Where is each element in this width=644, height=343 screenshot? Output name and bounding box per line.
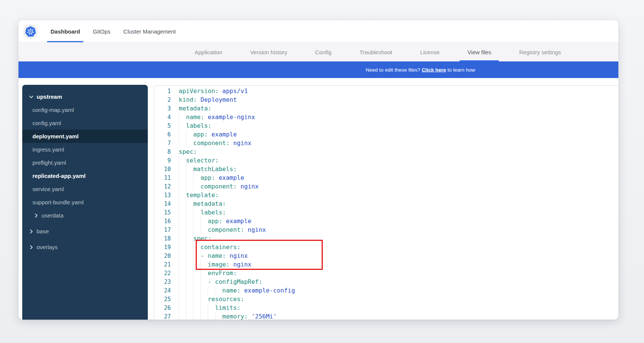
line-number: 26: [154, 305, 171, 311]
yaml-value: example-nginx: [204, 113, 255, 121]
indent-guides: [179, 243, 201, 251]
indent-guides: [179, 312, 222, 320]
code-text: name: example-nginx: [179, 113, 255, 121]
file-tree-label: base: [37, 228, 49, 234]
code-text: envFrom:: [179, 269, 237, 277]
line-number: 14: [154, 201, 171, 207]
yaml-key: containers:: [201, 243, 241, 251]
app-tab-application[interactable]: Application: [181, 43, 236, 61]
file-tree-item-config-map-yaml[interactable]: config-map.yaml: [22, 103, 148, 116]
file-tree-item-service-yaml[interactable]: service.yaml: [22, 182, 148, 196]
file-tree-label: config-map.yaml: [32, 107, 74, 113]
yaml-value: nginx: [230, 261, 251, 268]
code-line: 25resources:: [154, 295, 618, 303]
yaml-key: selector:: [186, 157, 219, 164]
line-number: 1: [154, 88, 171, 95]
line-number: 20: [154, 253, 171, 259]
code-text: - configMapRef:: [179, 277, 262, 286]
file-tree-item-replicated-app-yaml[interactable]: replicated-app.yaml: [22, 169, 148, 182]
line-number: 17: [154, 227, 171, 233]
indent-guides: [179, 121, 186, 130]
indent-guides: [179, 234, 193, 243]
primary-tab-cluster-management[interactable]: Cluster Management: [117, 20, 182, 42]
code-line: 1apiVersion: apps/v1: [154, 87, 618, 95]
yaml-key: name:: [208, 252, 226, 259]
indent-guides: [179, 199, 193, 208]
indent-guides: [179, 217, 208, 225]
code-text: component: nginx: [179, 182, 259, 191]
file-tree-item-ingress-yaml[interactable]: ingress.yaml: [22, 143, 148, 156]
yaml-value: example: [208, 131, 237, 138]
yaml-key: app:: [201, 174, 215, 181]
view-files-content: upstreamconfig-map.yamlconfig.yamldeploy…: [18, 78, 618, 320]
app-tab-troubleshoot[interactable]: Troubleshoot: [345, 43, 406, 61]
code-text: - name: nginx: [179, 251, 248, 260]
file-tree-item-config-yaml[interactable]: config.yaml: [22, 116, 148, 130]
kubernetes-wheel-icon: [25, 26, 36, 37]
indent-guides: [179, 130, 193, 139]
yaml-key: metadata:: [179, 105, 212, 112]
yaml-value: example: [215, 174, 244, 181]
code-line: 7component: nginx: [154, 139, 618, 147]
edit-files-banner: Need to edit these files? Click here to …: [18, 61, 618, 78]
app-tab-view-files[interactable]: View files: [454, 43, 505, 61]
yaml-value: nginx: [226, 252, 248, 259]
app-tab-registry-settings[interactable]: Registry settings: [505, 43, 575, 61]
kubernetes-logo-icon[interactable]: [24, 25, 37, 38]
indent-guides: [179, 269, 208, 277]
code-line: 6app: example: [154, 130, 618, 139]
yaml-value: example: [222, 217, 251, 225]
code-line: 10matchLabels:: [154, 165, 618, 173]
click-here-link[interactable]: Click here: [422, 67, 446, 73]
line-number: 12: [154, 183, 171, 190]
line-number: 27: [154, 313, 171, 320]
file-tree-item-support-bundle-yaml[interactable]: support-bundle.yaml: [22, 196, 148, 209]
code-line: 18spec:: [154, 234, 618, 243]
file-tree-item-preflight-yaml[interactable]: preflight.yaml: [22, 156, 148, 169]
indent-guides: [179, 286, 222, 295]
file-tree-item-upstream[interactable]: upstream: [22, 90, 148, 103]
code-text: labels:: [179, 121, 212, 130]
chevron-right-icon: [28, 229, 32, 233]
app-tab-version-history[interactable]: Version history: [236, 43, 301, 61]
yaml-value: apps/v1: [219, 87, 248, 95]
code-text: apiVersion: apps/v1: [179, 87, 248, 95]
code-line: 23- configMapRef:: [154, 277, 618, 286]
yaml-editor[interactable]: 1apiVersion: apps/v12kind: Deployment3me…: [154, 85, 618, 320]
yaml-key: envFrom:: [208, 270, 237, 277]
indent-guides: [179, 277, 208, 286]
file-tree-label: overlays: [37, 244, 58, 250]
code-text: resources:: [179, 295, 244, 303]
file-tree-item-userdata[interactable]: userdata: [22, 209, 148, 222]
yaml-key: labels:: [201, 209, 226, 216]
code-line: 5labels:: [154, 121, 618, 130]
yaml-key: name:: [222, 287, 241, 294]
line-number: 21: [154, 261, 171, 268]
yaml-key: app:: [193, 131, 208, 138]
code-line: 2kind: Deployment: [154, 95, 618, 104]
indent-guides: [179, 165, 193, 173]
line-number: 19: [154, 244, 171, 251]
yaml-key: component:: [201, 183, 237, 190]
file-tree-item-overlays[interactable]: overlays: [22, 240, 148, 254]
line-number: 11: [154, 175, 171, 181]
primary-tab-dashboard[interactable]: Dashboard: [44, 20, 86, 42]
yaml-key: labels:: [186, 122, 211, 129]
yaml-key: image:: [208, 261, 230, 268]
file-tree-item-deployment-yaml[interactable]: deployment.yaml: [22, 130, 148, 143]
app-tab-license[interactable]: License: [406, 43, 454, 61]
indent-guides: [179, 156, 186, 165]
yaml-dash: -: [201, 252, 208, 259]
code-line: 21image: nginx: [154, 260, 618, 269]
yaml-key: apiVersion:: [179, 87, 219, 95]
code-text: template:: [179, 191, 219, 199]
line-number: 13: [154, 192, 171, 199]
primary-tab-gitops[interactable]: GitOps: [86, 20, 117, 42]
file-tree-label: config.yaml: [32, 120, 61, 126]
file-tree-item-base[interactable]: base: [22, 225, 148, 238]
yaml-key: limits:: [215, 304, 240, 311]
yaml-key: configMapRef:: [215, 278, 262, 285]
code-text: metadata:: [179, 199, 226, 208]
code-line: 3metadata:: [154, 104, 618, 113]
app-tab-config[interactable]: Config: [301, 43, 345, 61]
